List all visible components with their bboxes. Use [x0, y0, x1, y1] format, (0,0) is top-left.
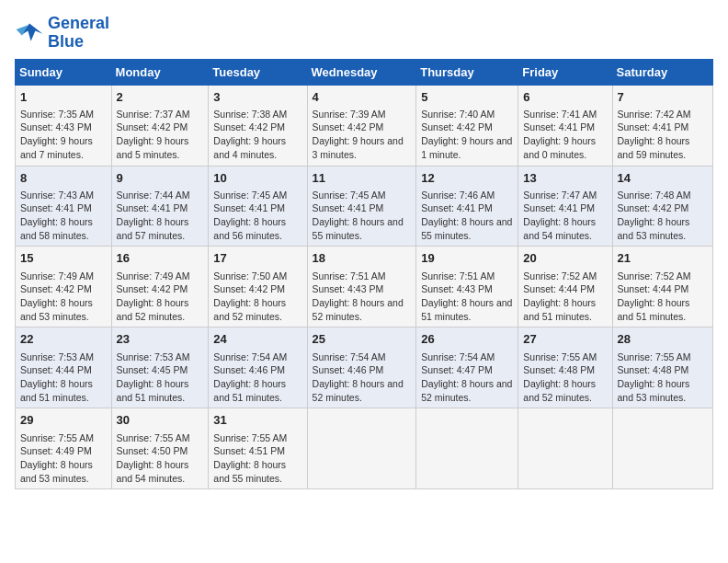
- day-number: 7: [618, 89, 708, 106]
- calendar-week-3: 15Sunrise: 7:49 AM Sunset: 4:42 PM Dayli…: [16, 247, 713, 327]
- day-info: Sunrise: 7:50 AM Sunset: 4:42 PM Dayligh…: [213, 270, 287, 322]
- day-number: 26: [421, 331, 513, 348]
- calendar-cell: [416, 408, 518, 489]
- day-info: Sunrise: 7:55 AM Sunset: 4:48 PM Dayligh…: [523, 351, 597, 403]
- day-info: Sunrise: 7:40 AM Sunset: 4:42 PM Dayligh…: [421, 109, 512, 160]
- day-info: Sunrise: 7:49 AM Sunset: 4:42 PM Dayligh…: [117, 270, 190, 322]
- day-number: 15: [20, 250, 107, 267]
- day-info: Sunrise: 7:53 AM Sunset: 4:45 PM Dayligh…: [117, 351, 190, 403]
- calendar-week-1: 1Sunrise: 7:35 AM Sunset: 4:43 PM Daylig…: [16, 85, 713, 166]
- day-info: Sunrise: 7:51 AM Sunset: 4:43 PM Dayligh…: [421, 270, 512, 322]
- calendar-cell: 14Sunrise: 7:48 AM Sunset: 4:42 PM Dayli…: [612, 166, 712, 247]
- calendar-cell: 9Sunrise: 7:44 AM Sunset: 4:41 PM Daylig…: [111, 166, 209, 247]
- day-info: Sunrise: 7:55 AM Sunset: 4:50 PM Dayligh…: [117, 432, 190, 484]
- calendar-cell: [612, 408, 712, 489]
- day-info: Sunrise: 7:54 AM Sunset: 4:47 PM Dayligh…: [421, 351, 512, 403]
- day-number: 10: [213, 170, 301, 187]
- day-number: 20: [523, 250, 607, 267]
- day-info: Sunrise: 7:39 AM Sunset: 4:42 PM Dayligh…: [313, 109, 404, 160]
- day-number: 19: [421, 250, 513, 267]
- calendar-cell: 1Sunrise: 7:35 AM Sunset: 4:43 PM Daylig…: [16, 85, 112, 166]
- calendar-cell: 27Sunrise: 7:55 AM Sunset: 4:48 PM Dayli…: [518, 327, 612, 408]
- logo-icon: [15, 20, 44, 46]
- day-info: Sunrise: 7:47 AM Sunset: 4:41 PM Dayligh…: [523, 190, 597, 241]
- calendar-cell: 5Sunrise: 7:40 AM Sunset: 4:42 PM Daylig…: [416, 85, 518, 166]
- day-number: 6: [523, 89, 607, 106]
- day-info: Sunrise: 7:53 AM Sunset: 4:44 PM Dayligh…: [20, 351, 94, 403]
- calendar-cell: [518, 408, 612, 489]
- calendar-week-2: 8Sunrise: 7:43 AM Sunset: 4:41 PM Daylig…: [16, 166, 713, 247]
- day-info: Sunrise: 7:49 AM Sunset: 4:42 PM Dayligh…: [20, 270, 94, 322]
- calendar-cell: 4Sunrise: 7:39 AM Sunset: 4:42 PM Daylig…: [307, 85, 416, 166]
- day-number: 14: [618, 170, 708, 187]
- day-number: 5: [421, 89, 513, 106]
- day-number: 2: [117, 89, 204, 106]
- logo-text: General Blue: [48, 15, 109, 52]
- column-header-friday: Friday: [518, 59, 612, 85]
- day-info: Sunrise: 7:55 AM Sunset: 4:48 PM Dayligh…: [618, 351, 691, 403]
- calendar-cell: 15Sunrise: 7:49 AM Sunset: 4:42 PM Dayli…: [16, 247, 112, 327]
- calendar-cell: 31Sunrise: 7:55 AM Sunset: 4:51 PM Dayli…: [209, 408, 307, 489]
- column-header-monday: Monday: [111, 59, 209, 85]
- day-number: 28: [618, 331, 708, 348]
- day-number: 17: [213, 250, 301, 267]
- day-info: Sunrise: 7:38 AM Sunset: 4:42 PM Dayligh…: [213, 109, 287, 160]
- day-info: Sunrise: 7:52 AM Sunset: 4:44 PM Dayligh…: [618, 270, 691, 322]
- day-number: 9: [117, 170, 204, 187]
- logo: General Blue: [15, 15, 109, 52]
- calendar-cell: 28Sunrise: 7:55 AM Sunset: 4:48 PM Dayli…: [612, 327, 712, 408]
- calendar-cell: 11Sunrise: 7:45 AM Sunset: 4:41 PM Dayli…: [307, 166, 416, 247]
- calendar-cell: 10Sunrise: 7:45 AM Sunset: 4:41 PM Dayli…: [209, 166, 307, 247]
- calendar-cell: 12Sunrise: 7:46 AM Sunset: 4:41 PM Dayli…: [416, 166, 518, 247]
- calendar-cell: 29Sunrise: 7:55 AM Sunset: 4:49 PM Dayli…: [16, 408, 112, 489]
- day-number: 16: [117, 250, 204, 267]
- calendar-cell: 25Sunrise: 7:54 AM Sunset: 4:46 PM Dayli…: [307, 327, 416, 408]
- day-number: 4: [313, 89, 412, 106]
- svg-marker-0: [20, 23, 42, 40]
- calendar-cell: 16Sunrise: 7:49 AM Sunset: 4:42 PM Dayli…: [111, 247, 209, 327]
- calendar-cell: 21Sunrise: 7:52 AM Sunset: 4:44 PM Dayli…: [612, 247, 712, 327]
- calendar-cell: 8Sunrise: 7:43 AM Sunset: 4:41 PM Daylig…: [16, 166, 112, 247]
- column-header-thursday: Thursday: [416, 59, 518, 85]
- day-number: 3: [213, 89, 301, 106]
- day-number: 25: [313, 331, 412, 348]
- day-number: 21: [618, 250, 708, 267]
- day-info: Sunrise: 7:42 AM Sunset: 4:41 PM Dayligh…: [618, 109, 691, 160]
- calendar-cell: 6Sunrise: 7:41 AM Sunset: 4:41 PM Daylig…: [518, 85, 612, 166]
- day-info: Sunrise: 7:48 AM Sunset: 4:42 PM Dayligh…: [618, 190, 691, 241]
- column-header-sunday: Sunday: [16, 59, 112, 85]
- day-number: 24: [213, 331, 301, 348]
- column-header-saturday: Saturday: [612, 59, 712, 85]
- day-number: 23: [117, 331, 204, 348]
- day-info: Sunrise: 7:55 AM Sunset: 4:51 PM Dayligh…: [213, 432, 287, 484]
- day-number: 30: [117, 412, 204, 429]
- calendar-cell: 23Sunrise: 7:53 AM Sunset: 4:45 PM Dayli…: [111, 327, 209, 408]
- calendar-cell: 26Sunrise: 7:54 AM Sunset: 4:47 PM Dayli…: [416, 327, 518, 408]
- day-info: Sunrise: 7:46 AM Sunset: 4:41 PM Dayligh…: [421, 190, 512, 241]
- day-number: 11: [313, 170, 412, 187]
- calendar-cell: 20Sunrise: 7:52 AM Sunset: 4:44 PM Dayli…: [518, 247, 612, 327]
- day-number: 31: [213, 412, 301, 429]
- day-info: Sunrise: 7:54 AM Sunset: 4:46 PM Dayligh…: [213, 351, 287, 403]
- calendar-table: SundayMondayTuesdayWednesdayThursdayFrid…: [15, 59, 713, 490]
- day-number: 22: [20, 331, 107, 348]
- calendar-week-4: 22Sunrise: 7:53 AM Sunset: 4:44 PM Dayli…: [16, 327, 713, 408]
- calendar-cell: [307, 408, 416, 489]
- calendar-cell: 13Sunrise: 7:47 AM Sunset: 4:41 PM Dayli…: [518, 166, 612, 247]
- day-number: 27: [523, 331, 607, 348]
- calendar-cell: 24Sunrise: 7:54 AM Sunset: 4:46 PM Dayli…: [209, 327, 307, 408]
- day-info: Sunrise: 7:45 AM Sunset: 4:41 PM Dayligh…: [313, 190, 404, 241]
- day-number: 12: [421, 170, 513, 187]
- calendar-cell: 7Sunrise: 7:42 AM Sunset: 4:41 PM Daylig…: [612, 85, 712, 166]
- day-info: Sunrise: 7:37 AM Sunset: 4:42 PM Dayligh…: [117, 109, 190, 160]
- day-info: Sunrise: 7:54 AM Sunset: 4:46 PM Dayligh…: [313, 351, 404, 403]
- day-info: Sunrise: 7:52 AM Sunset: 4:44 PM Dayligh…: [523, 270, 597, 322]
- day-info: Sunrise: 7:51 AM Sunset: 4:43 PM Dayligh…: [313, 270, 404, 322]
- calendar-cell: 19Sunrise: 7:51 AM Sunset: 4:43 PM Dayli…: [416, 247, 518, 327]
- day-info: Sunrise: 7:43 AM Sunset: 4:41 PM Dayligh…: [20, 190, 94, 241]
- day-number: 8: [20, 170, 107, 187]
- column-header-tuesday: Tuesday: [209, 59, 307, 85]
- calendar-cell: 30Sunrise: 7:55 AM Sunset: 4:50 PM Dayli…: [111, 408, 209, 489]
- page-header: General Blue: [15, 15, 713, 52]
- day-info: Sunrise: 7:41 AM Sunset: 4:41 PM Dayligh…: [523, 109, 597, 160]
